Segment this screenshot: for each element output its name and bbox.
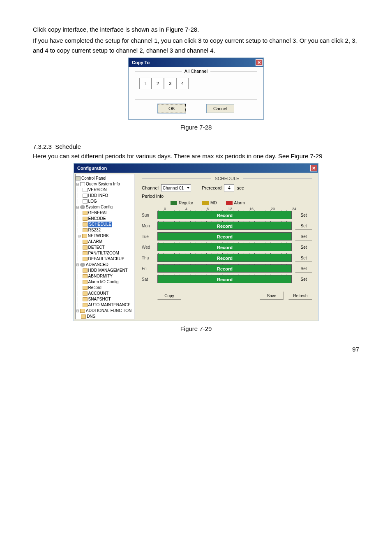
copyto-dialog: Copy To ✕ All Channel 1 2 3 4 OK Cancel [128,58,264,120]
set-button[interactable]: Set [295,211,312,219]
set-button[interactable]: Set [295,264,312,273]
legend-md: MD [202,201,217,205]
tree-control-panel[interactable]: Control Panel [76,176,134,181]
channel-3-button[interactable]: 3 [164,78,176,89]
regular-swatch-icon [171,201,177,205]
folder-icon [83,240,88,244]
body-text-1: Click copy interface, the interface is s… [33,25,359,35]
schedule-controls: Channel Channel 01 Prerecord sec [142,184,312,192]
folder-icon [83,211,88,215]
paper-icon [83,194,88,198]
section-text: Here you can set different periods for v… [33,151,359,161]
schedule-bar[interactable]: Record [157,243,292,251]
refresh-button[interactable]: Refresh [288,291,312,300]
tree-alarm[interactable]: │ ALARM [76,239,134,245]
channel-select[interactable]: Channel 01 [161,184,191,192]
copyto-fieldset: All Channel 1 2 3 4 [135,71,257,100]
schedule-bar[interactable]: Record [157,264,292,273]
figure-28-label: Figure 7-28 [33,124,359,131]
set-button[interactable]: Set [295,222,312,230]
channel-2-button[interactable]: 2 [152,78,164,89]
schedule-row-fri: Fri Record Set [142,264,312,273]
schedule-row-mon: Mon Record Set [142,222,312,230]
tree-log[interactable]: │ LOG [76,199,134,204]
config-title: Configuration [77,166,107,171]
tree-abnormity[interactable]: │ ABNORMITY [76,273,134,279]
folder-icon [83,280,88,284]
tree-detect[interactable]: │ DETECT [76,245,134,250]
set-button[interactable]: Set [295,232,312,240]
config-titlebar: Configuration ✕ [74,164,318,173]
folder-icon [83,291,88,296]
tree-encode[interactable]: │ ENCODE [76,216,134,222]
tree-rs232[interactable]: │ RS232 [76,227,134,233]
folder-icon [82,234,87,238]
prerecord-label: Prerecord [202,185,221,190]
copy-button[interactable]: Copy [157,291,181,300]
day-label: Tue [142,234,157,239]
legend-regular: Regular [171,201,193,205]
folder-icon [81,314,86,319]
tree-default-backup[interactable]: │ DEFAULT/BACKUP [76,256,134,262]
schedule-row-tue: Tue Record Set [142,232,312,240]
tree-hdd-mgmt[interactable]: │ HDD MANAGEMENT [76,268,134,273]
page-number: 97 [352,346,359,353]
folder-icon [83,217,88,221]
set-button[interactable]: Set [295,243,312,251]
tree-dns[interactable]: DNS [76,314,134,319]
folder-open-icon [83,222,88,227]
tree-additional-function[interactable]: ⊟ADDTIONAL FUNCTION [76,308,134,314]
tree-record[interactable]: │ Record [76,285,134,291]
schedule-bar[interactable]: Record [157,275,292,283]
legend-row: Regular MD Alarm [171,201,312,205]
section-heading: 7.3.2.3 Schedule [33,143,359,150]
tree-account[interactable]: │ ACCOUNT [76,291,134,296]
copyto-legend: All Channel [182,69,210,74]
tree-network[interactable]: ⊞NETWORK [76,233,134,239]
folder-icon [83,268,88,273]
close-icon[interactable]: ✕ [310,165,317,171]
tree-hdd-info[interactable]: │ HDD INFO [76,193,134,199]
config-body: Control Panel ⊟Query System Info │ VERSI… [74,173,318,321]
paper-icon [83,199,88,204]
tree-system-config[interactable]: ⊟System Config [76,204,134,210]
set-button[interactable]: Set [295,254,312,262]
channel-1-button[interactable]: 1 [139,78,152,89]
tree-version[interactable]: │ VERSION [76,187,134,193]
legend-alarm: Alarm [226,201,245,205]
tree-ptz[interactable]: │ PAN/TILT/ZOOM [76,250,134,256]
paper-icon [80,182,85,186]
folder-icon [83,245,88,250]
close-icon[interactable]: ✕ [256,59,263,66]
tree-alarm-io[interactable]: │ Alarm I/O Config [76,279,134,285]
tree-general[interactable]: │ GENERAL [76,210,134,216]
save-button[interactable]: Save [260,291,284,300]
schedule-panel: SCHEDULE Channel Channel 01 Prerecord se… [136,173,318,321]
alarm-swatch-icon [226,201,233,205]
cancel-button[interactable]: Cancel [206,104,234,113]
folder-icon [83,297,88,301]
tree-query-system-info[interactable]: ⊟Query System Info [76,181,134,187]
folder-icon [83,228,88,232]
day-label: Fri [142,266,157,271]
tree-auto-maintenance[interactable]: │ AUTO MAINTENANCE [76,302,134,308]
folder-icon [83,251,88,255]
figure-29-label: Figure 7-29 [33,325,359,332]
tree-schedule[interactable]: │ SCHEDULE [76,222,134,227]
copyto-channels: 1 2 3 4 [139,78,253,89]
schedule-bar[interactable]: Record [157,222,292,230]
channel-label: Channel [142,185,159,190]
schedule-row-thu: Thu Record Set [142,254,312,262]
schedule-bar[interactable]: Record [157,254,292,262]
schedule-bar[interactable]: Record [157,232,292,240]
schedule-bar[interactable]: Record [157,211,292,219]
channel-4-button[interactable]: 4 [176,78,189,89]
tree-snapshot[interactable]: │ SNAPSHOT [76,296,134,302]
prerecord-input[interactable] [224,184,234,192]
copyto-footer: OK Cancel [135,104,257,113]
folder-icon [83,303,88,307]
tree-advanced[interactable]: ⊟ADVANCED [76,262,134,268]
set-button[interactable]: Set [295,275,312,283]
nav-tree[interactable]: Control Panel ⊟Query System Info │ VERSI… [75,174,135,319]
ok-button[interactable]: OK [158,104,186,113]
